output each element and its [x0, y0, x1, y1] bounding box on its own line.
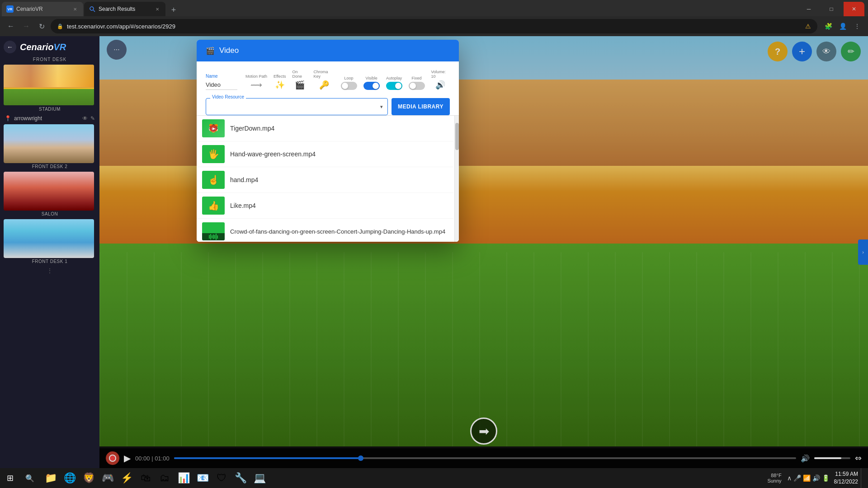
dropdown-arrow[interactable]: ▾: [380, 104, 383, 110]
tray-volume[interactable]: 🔊: [812, 474, 820, 482]
loop-toggle[interactable]: [341, 82, 357, 90]
extensions-btn[interactable]: 🧩: [822, 20, 835, 33]
video-item-4[interactable]: 👍 Like.mp4: [197, 193, 453, 219]
browser-chrome: VR CenarioVR ✕ Search Results ✕ + ─ □ ✕ …: [0, 0, 868, 488]
sidebar-item-salon[interactable]: SALON: [0, 171, 99, 218]
taskbar-icon-shield[interactable]: 🛡: [212, 468, 231, 488]
video-name-2: Hand-wave-green-screen.mp4: [230, 150, 316, 158]
nav-back[interactable]: ←: [5, 20, 17, 33]
scene-thumb-frontdesk1: [4, 219, 94, 258]
arrowwright-label: arrowwright: [14, 115, 42, 122]
tab-close-scenariovr[interactable]: ✕: [71, 5, 79, 13]
on-done-icon[interactable]: 🎬: [295, 80, 305, 90]
autoplay-toggle[interactable]: [386, 82, 402, 90]
video-name-4: Like.mp4: [230, 202, 256, 209]
fixed-toggle[interactable]: [409, 82, 425, 90]
taskbar-icon-cmd[interactable]: ⚡: [118, 468, 136, 488]
video-item-5[interactable]: Crowd-of-fans-dancing-on-green-screen-Co…: [197, 219, 453, 242]
show-desktop-btn[interactable]: [861, 468, 863, 488]
browser-toolbar: ← → ↻ 🔒 test.scenariovr.com/app/#/scenar…: [0, 16, 868, 36]
app-area: ← CenarioVR FRONT DESK STADIUM 📍 arrowwr…: [0, 36, 868, 468]
scene-thumb-salon: [4, 172, 94, 211]
taskbar-icon-mail[interactable]: 📧: [193, 468, 212, 488]
tab-close-search[interactable]: ✕: [154, 5, 161, 13]
on-done-label: On Done: [292, 70, 307, 79]
prop-volume: Volume: 10 🔊: [431, 70, 450, 90]
motion-path-icon[interactable]: ⟿: [250, 80, 262, 90]
video-thumb-4: 👍: [202, 197, 225, 215]
tray-mic[interactable]: 🎤: [793, 474, 801, 482]
taskbar-icon-brave[interactable]: 🦁: [80, 468, 98, 488]
sidebar-item-frontdesk[interactable]: FRONT DESK 2: [0, 123, 99, 171]
video-search-input[interactable]: [211, 103, 380, 110]
taskbar-icon-file-explorer[interactable]: 📁: [42, 468, 60, 488]
window-maximize[interactable]: □: [821, 2, 842, 16]
nav-refresh[interactable]: ↻: [35, 20, 48, 33]
tray-up-arrow[interactable]: ∧: [787, 474, 792, 482]
modal-scrollbar-thumb[interactable]: [455, 123, 459, 150]
video-resource-section: Video Resource ▾ MEDIA LIBRARY: [206, 98, 450, 115]
video-thumb-2: 🖐: [202, 145, 225, 163]
video-item-3[interactable]: ☝ hand.mp4: [197, 167, 453, 193]
taskbar-tray: 88°F Sunny ∧ 🎤 📶 🔊 🔋 11:59 AM 8/12/2022: [767, 468, 868, 488]
taskbar-icon-store[interactable]: 🛍: [137, 468, 155, 488]
taskbar-start-btn[interactable]: ⊞: [0, 468, 20, 488]
video-name-3: hand.mp4: [230, 176, 258, 183]
video-name-1: TigerDown.mp4: [230, 125, 274, 132]
sidebar-item-frontdesk1[interactable]: FRONT DESK 1: [0, 218, 99, 266]
nav-forward[interactable]: →: [20, 20, 33, 33]
modal-header-icon: 🎬: [206, 47, 215, 55]
name-field-group: Name: [206, 74, 242, 90]
back-btn[interactable]: ←: [4, 41, 16, 53]
prop-visible: Visible: [363, 76, 380, 90]
arrowwright-bar: 📍 arrowwright 👁 ✎: [0, 113, 99, 123]
edit-node-icon[interactable]: ✎: [90, 115, 95, 122]
name-label: Name: [206, 74, 242, 79]
taskbar-icon-chrome[interactable]: 🌐: [61, 468, 79, 488]
tab-scenariovr[interactable]: VR CenarioVR ✕: [2, 2, 83, 16]
taskbar-icon-game1[interactable]: 🎮: [99, 468, 117, 488]
clock-display: 11:59 AM 8/12/2022: [834, 470, 858, 486]
video-select-wrapper[interactable]: ▾: [206, 98, 388, 115]
modal-scrollbar[interactable]: [454, 116, 459, 242]
visibility-icon[interactable]: 👁: [82, 115, 88, 122]
address-bar[interactable]: 🔒 test.scenariovr.com/app/#/scenarios/29…: [51, 19, 817, 33]
prop-chroma-key: Chroma Key 🔑: [314, 70, 335, 90]
media-library-btn[interactable]: MEDIA LIBRARY: [392, 98, 450, 115]
window-minimize[interactable]: ─: [798, 2, 819, 16]
more-menu-btn[interactable]: ⋮: [851, 20, 863, 33]
taskbar-icon-terminal[interactable]: 💻: [250, 468, 269, 488]
taskbar-icon-app1[interactable]: 🔧: [231, 468, 250, 488]
effects-icon[interactable]: ✨: [275, 80, 285, 90]
tray-network[interactable]: 📶: [803, 474, 811, 482]
modal-overlay: 🎬 Video Name: [99, 36, 868, 468]
taskbar-search-btn[interactable]: 🔍: [20, 468, 40, 488]
video-resource-label: Video Resource: [210, 94, 246, 99]
tray-battery[interactable]: 🔋: [822, 474, 830, 482]
prop-loop: Loop: [341, 76, 357, 90]
new-tab-btn[interactable]: +: [167, 4, 180, 16]
volume-icon-prop[interactable]: 🔊: [435, 80, 445, 90]
visible-toggle[interactable]: [363, 82, 380, 90]
prop-motion-path: Motion Path ⟿: [245, 74, 267, 90]
sidebar-scroll-more: ⋮: [0, 266, 99, 276]
video-thumb-5: [202, 222, 225, 240]
profile-btn[interactable]: 👤: [836, 20, 849, 33]
modal-header: 🎬 Video: [197, 40, 459, 61]
taskbar-icon-ppt[interactable]: 📊: [175, 468, 193, 488]
fixed-label: Fixed: [412, 76, 422, 80]
tab-search-results[interactable]: Search Results ✕: [84, 2, 165, 16]
modal-body: Name Motion Path ⟿: [197, 61, 459, 115]
sidebar-item-stadium[interactable]: STADIUM: [0, 63, 99, 113]
prop-fixed: Fixed: [409, 76, 425, 90]
chroma-key-icon[interactable]: 🔑: [319, 80, 329, 90]
effects-label: Effects: [274, 74, 286, 79]
name-input[interactable]: [206, 80, 237, 90]
video-item-2[interactable]: 🖐 Hand-wave-green-screen.mp4: [197, 141, 453, 167]
window-close[interactable]: ✕: [844, 2, 864, 16]
props-icons-group: Motion Path ⟿ Effects ✨ On: [245, 70, 450, 90]
video-resource-input-row: ▾ MEDIA LIBRARY: [206, 98, 450, 115]
video-item-1[interactable]: 🐯 ▶ TigerDown.mp4: [197, 116, 453, 141]
taskbar-icon-files[interactable]: 🗂: [156, 468, 174, 488]
volume-label: Volume: 10: [431, 70, 450, 79]
